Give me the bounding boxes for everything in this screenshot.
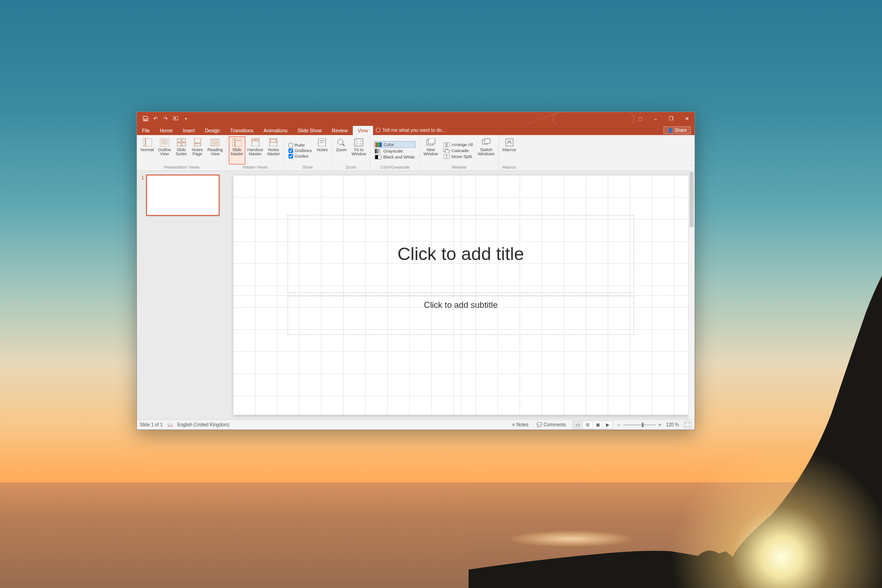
ribbon-tabs: File Home Insert Design Transitions Anim… — [137, 125, 695, 135]
notes-master-button[interactable]: Notes Master — [266, 136, 282, 164]
svg-rect-15 — [211, 140, 219, 145]
svg-rect-16 — [232, 138, 235, 147]
guide-vertical — [461, 175, 461, 415]
start-from-beginning-icon[interactable] — [173, 116, 179, 122]
tab-slideshow[interactable]: Slide Show — [293, 126, 327, 136]
group-master-views: Slide Master Handout Master Notes Master… — [227, 135, 284, 170]
qat-customize-icon[interactable]: ▾ — [183, 116, 189, 122]
slide-sorter-button[interactable]: Slide Sorter — [174, 136, 189, 164]
gridlines-checkbox[interactable]: Gridlines — [288, 148, 312, 153]
notes-page-button[interactable]: Notes Page — [190, 136, 205, 164]
svg-rect-12 — [194, 138, 201, 143]
black-white-button[interactable]: Black and White — [374, 154, 416, 160]
fit-window-icon — [354, 138, 364, 147]
notes-icon — [317, 138, 327, 147]
fit-to-window-button[interactable]: Fit to Window — [350, 136, 368, 164]
tab-home[interactable]: Home — [155, 126, 178, 136]
collapse-ribbon-button[interactable]: ˆ — [690, 164, 692, 169]
normal-view-sb-button[interactable]: ▭ — [572, 421, 582, 429]
bulb-icon — [376, 128, 380, 132]
tab-file[interactable]: File — [137, 126, 155, 136]
tab-design[interactable]: Design — [200, 126, 225, 136]
zoom-button[interactable]: Zoom — [334, 136, 349, 164]
title-placeholder[interactable]: Click to add title — [288, 215, 634, 293]
comments-toggle[interactable]: 💬 Comments — [535, 421, 567, 428]
sorter-view-sb-button[interactable]: ⊞ — [582, 421, 593, 429]
group-macros: Macros Macros — [499, 135, 520, 170]
grayscale-button[interactable]: Grayscale — [374, 148, 416, 154]
svg-rect-4 — [160, 138, 169, 147]
thumb-number: 1 — [141, 175, 144, 216]
tab-review[interactable]: Review — [327, 126, 352, 136]
fit-slide-button[interactable]: ⛶ — [684, 421, 692, 428]
redo-icon[interactable]: ↷ — [163, 116, 169, 122]
language-indicator[interactable]: English (United Kingdom) — [177, 422, 229, 427]
slide-master-button[interactable]: Slide Master — [229, 136, 245, 164]
arrange-all-button[interactable]: Arrange All — [442, 141, 474, 147]
work-area: 1 Click to add title Click to add subtit… — [137, 171, 695, 419]
zoom-out-button[interactable]: − — [617, 422, 621, 428]
tell-me-search[interactable]: Tell me what you want to do... — [376, 127, 446, 135]
svg-rect-39 — [485, 139, 490, 143]
outline-view-icon — [159, 138, 170, 147]
new-window-icon — [426, 138, 436, 147]
notes-button[interactable]: Notes — [315, 136, 330, 164]
save-icon[interactable] — [142, 116, 148, 122]
tell-me-label: Tell me what you want to do... — [382, 127, 446, 133]
move-split-button[interactable]: Move Split — [442, 153, 474, 159]
reading-view-icon — [210, 138, 220, 147]
ribbon: Normal Outline View Slide Sorter Notes P… — [137, 135, 695, 171]
group-zoom: Zoom Fit to Window Zoom — [332, 135, 370, 170]
svg-rect-23 — [271, 139, 276, 142]
tab-view[interactable]: View — [353, 126, 373, 136]
new-window-button[interactable]: New Window — [422, 136, 440, 164]
vertical-scrollbar[interactable] — [688, 171, 695, 419]
restore-button[interactable]: ❐ — [663, 112, 679, 125]
zoom-slider[interactable]: − + — [617, 422, 662, 428]
guides-checkbox[interactable]: Guides — [288, 153, 312, 158]
slide-thumbnail-1[interactable] — [146, 175, 220, 216]
tab-insert[interactable]: Insert — [178, 126, 200, 136]
subtitle-placeholder[interactable]: Click to add subtitle — [288, 296, 634, 335]
macros-icon — [504, 138, 514, 147]
svg-rect-3 — [146, 138, 152, 147]
svg-line-28 — [342, 144, 345, 146]
spellcheck-icon[interactable]: 📖 — [167, 422, 173, 427]
zoom-level[interactable]: 120 % — [666, 422, 679, 427]
outline-view-button[interactable]: Outline View — [156, 136, 173, 164]
undo-icon[interactable]: ↶ — [153, 116, 158, 122]
reading-view-sb-button[interactable]: ▣ — [593, 421, 603, 429]
normal-view-button[interactable]: Normal — [139, 136, 156, 164]
ruler-checkbox[interactable]: Ruler — [288, 142, 312, 147]
cascade-button[interactable]: Cascade — [442, 147, 474, 153]
normal-view-icon — [142, 138, 153, 147]
ribbon-options-button[interactable]: ⬚ — [632, 112, 648, 125]
zoom-track[interactable] — [623, 424, 656, 425]
share-button[interactable]: 👤Share — [663, 126, 691, 134]
svg-rect-29 — [355, 139, 363, 146]
tab-animations[interactable]: Animations — [259, 126, 293, 136]
svg-rect-35 — [445, 150, 449, 153]
group-presentation-views: Normal Outline View Slide Sorter Notes P… — [137, 135, 227, 170]
tab-transitions[interactable]: Transitions — [225, 126, 259, 136]
switch-windows-icon — [481, 138, 492, 147]
zoom-in-button[interactable]: + — [658, 422, 662, 428]
minimize-button[interactable]: – — [648, 112, 663, 125]
svg-rect-20 — [253, 139, 255, 141]
svg-rect-13 — [194, 144, 201, 146]
macros-button[interactable]: Macros — [501, 136, 518, 164]
notes-toggle[interactable]: ≡ Notes — [510, 421, 530, 428]
switch-windows-button[interactable]: Switch Windows — [476, 136, 497, 164]
grid-dots — [233, 175, 688, 415]
quick-access-toolbar: ↶ ↷ ▾ — [137, 116, 189, 122]
handout-master-button[interactable]: Handout Master — [246, 136, 265, 164]
cascade-icon — [443, 148, 450, 153]
slide-counter: Slide 1 of 1 — [140, 422, 163, 427]
slide-canvas[interactable]: Click to add title Click to add subtitle — [233, 175, 688, 415]
window-controls: ⬚ – ❐ ✕ — [632, 112, 695, 125]
gridlines — [233, 175, 688, 415]
close-button[interactable]: ✕ — [679, 112, 695, 125]
color-button[interactable]: Color — [374, 141, 416, 148]
reading-view-button[interactable]: Reading View — [206, 136, 225, 164]
slideshow-view-sb-button[interactable]: ▶ — [603, 421, 613, 429]
